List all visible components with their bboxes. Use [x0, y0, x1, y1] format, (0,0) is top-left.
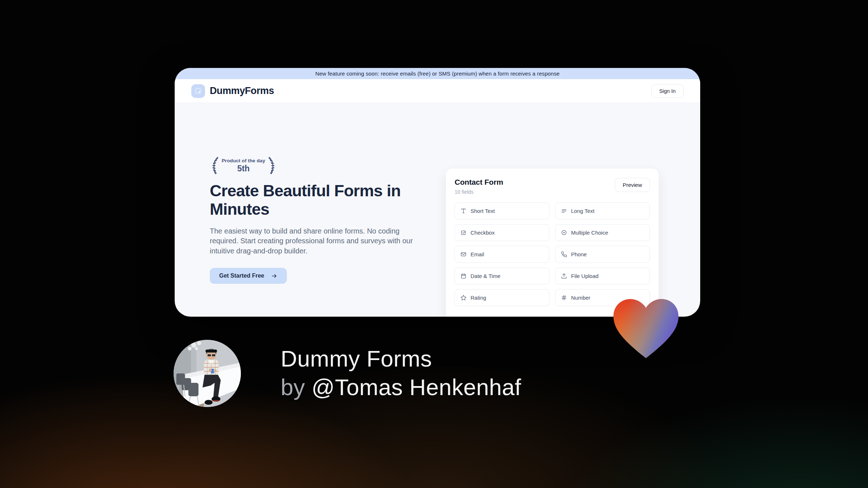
calendar-icon: [460, 273, 467, 279]
caption: Dummy Forms by @Tomas Henkenhaf: [281, 344, 521, 402]
brand: DummyForms: [191, 84, 274, 98]
get-started-button[interactable]: Get Started Free: [210, 268, 287, 284]
field-short-text[interactable]: Short Text: [455, 202, 549, 219]
checkbox-icon: [460, 230, 467, 236]
field-label: Checkbox: [471, 230, 495, 236]
field-label: File Upload: [571, 273, 599, 279]
badge-line1: Product of the day: [222, 158, 265, 163]
field-long-text[interactable]: Long Text: [555, 202, 650, 219]
caption-author: @Tomas Henkenhaf: [312, 374, 522, 400]
field-phone[interactable]: Phone: [555, 246, 650, 263]
field-label: Date & Time: [471, 273, 501, 279]
hero-section: Product of the day 5th: [175, 103, 700, 317]
app-window: New feature coming soon: receive emails …: [175, 68, 700, 317]
caption-by: by: [281, 374, 312, 400]
promo-canvas: New feature coming soon: receive emails …: [0, 0, 868, 488]
hero-title: Create Beautiful Forms in Minutes: [210, 181, 430, 219]
field-multiple-choice[interactable]: Multiple Choice: [555, 224, 650, 241]
brand-name: DummyForms: [210, 85, 274, 97]
field-label: Rating: [471, 295, 486, 301]
laurel-right-icon: [268, 156, 277, 175]
app-header: DummyForms Sign In: [175, 79, 700, 103]
field-label: Email: [471, 251, 484, 257]
short-text-icon: [460, 208, 467, 214]
field-label: Long Text: [571, 208, 595, 214]
form-builder-panel: Contact Form 10 fields Preview Short Tex…: [446, 168, 659, 317]
field-date-time[interactable]: Date & Time: [455, 267, 549, 284]
badge-line2: 5th: [222, 164, 265, 174]
author-avatar: [174, 340, 241, 407]
field-label: Phone: [571, 251, 587, 257]
get-started-label: Get Started Free: [219, 273, 264, 279]
caption-author-line: by @Tomas Henkenhaf: [281, 373, 521, 402]
hash-icon: [561, 295, 567, 301]
field-label: Multiple Choice: [571, 230, 608, 236]
long-text-icon: [561, 208, 567, 214]
field-email[interactable]: Email: [455, 246, 549, 263]
badge-text: Product of the day 5th: [220, 158, 267, 174]
sign-in-button[interactable]: Sign In: [651, 84, 684, 98]
field-checkbox[interactable]: Checkbox: [455, 224, 549, 241]
radio-icon: [561, 230, 567, 236]
field-type-grid: Short Text Long Text Checkbox: [455, 202, 650, 306]
laurel-left-icon: [210, 156, 219, 175]
field-label: Short Text: [471, 208, 495, 214]
heart-icon: [610, 295, 681, 362]
star-icon: [460, 295, 467, 301]
arrow-right-icon: [271, 273, 277, 279]
field-file-upload[interactable]: File Upload: [555, 267, 650, 284]
envelope-icon: [460, 251, 467, 257]
hero-left-column: Product of the day 5th: [210, 156, 430, 284]
field-label: Number: [571, 295, 590, 301]
product-of-the-day-badge: Product of the day 5th: [210, 156, 430, 175]
upload-icon: [561, 273, 567, 279]
hero-description: The easiest way to build and share onlin…: [210, 226, 419, 256]
announcement-banner: New feature coming soon: receive emails …: [175, 68, 700, 79]
announcement-text: New feature coming soon: receive emails …: [315, 70, 560, 77]
caption-title: Dummy Forms: [281, 344, 521, 373]
phone-icon: [561, 251, 567, 257]
field-rating[interactable]: Rating: [455, 289, 549, 306]
preview-button[interactable]: Preview: [615, 178, 650, 192]
brand-logo-icon: [191, 84, 205, 98]
